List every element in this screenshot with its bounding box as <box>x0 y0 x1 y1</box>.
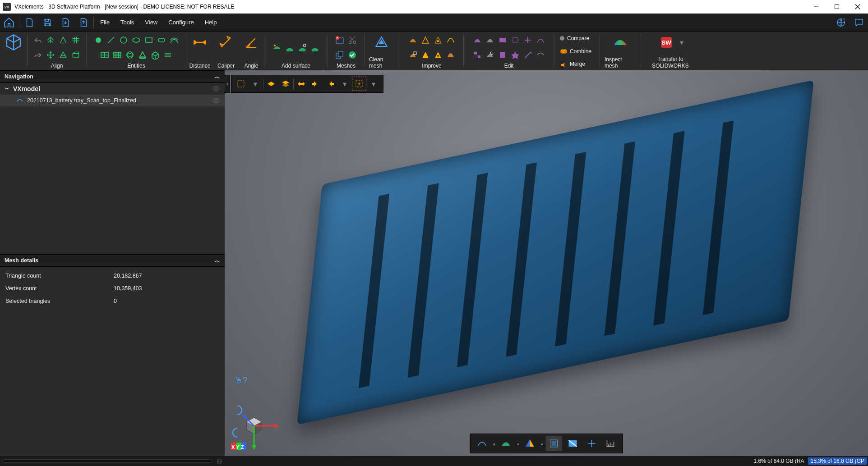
vb-dd1-icon[interactable]: ▴ <box>493 441 495 446</box>
entity-grid1-icon[interactable] <box>99 50 110 60</box>
sel-plane1-icon[interactable] <box>264 77 278 91</box>
distance-button[interactable] <box>191 33 209 51</box>
entity-circle-icon[interactable] <box>118 35 129 46</box>
save-session-button[interactable] <box>38 14 56 32</box>
mesh-delete-icon[interactable] <box>334 35 345 46</box>
cleanmesh-button[interactable] <box>373 33 391 51</box>
sel-arrow-l-icon[interactable] <box>309 77 323 91</box>
sel-dropdown1-icon[interactable]: ▾ <box>249 77 262 91</box>
edit-7-icon[interactable] <box>472 50 483 60</box>
improve-8-icon[interactable] <box>445 50 456 60</box>
addsurf-1-icon[interactable] <box>272 42 282 53</box>
entity-prism-icon[interactable] <box>150 50 161 60</box>
navigation-panel-header[interactable]: Navigation ︿ <box>0 70 225 83</box>
improve-2-icon[interactable] <box>420 35 431 46</box>
expand-icon[interactable]: ﹀ <box>5 86 9 92</box>
entity-cone-icon[interactable] <box>137 50 148 60</box>
entity-line-icon[interactable] <box>106 35 116 46</box>
addsurf-2-icon[interactable] <box>284 42 295 53</box>
edit-1-icon[interactable] <box>472 35 483 46</box>
sel-plane2-icon[interactable] <box>279 77 292 91</box>
align-grid-icon[interactable] <box>70 35 81 46</box>
entity-lines-icon[interactable] <box>162 50 173 60</box>
edit-9-icon[interactable] <box>497 50 508 60</box>
redo-button[interactable] <box>32 50 43 60</box>
align-perspective-icon[interactable] <box>58 50 69 60</box>
sel-dropdown3-icon[interactable]: ▾ <box>367 77 380 91</box>
edit-2-icon[interactable] <box>485 35 495 46</box>
sel-rect-icon[interactable] <box>352 77 366 91</box>
tree-item-scan[interactable]: 20210713_battery tray_Scan_top_Finalized <box>0 95 225 106</box>
vb-clip-icon[interactable] <box>565 436 581 451</box>
sel-arrow-lr-icon[interactable] <box>295 77 308 91</box>
maximize-button[interactable] <box>826 0 847 14</box>
vb-chart-icon[interactable] <box>603 436 619 451</box>
solidworks-icon[interactable]: SW <box>657 33 675 51</box>
entity-rect-icon[interactable] <box>143 35 154 46</box>
improve-5-icon[interactable] <box>407 50 418 60</box>
undo-button[interactable] <box>32 35 43 46</box>
vb-dd3-icon[interactable]: ▴ <box>541 441 543 446</box>
module-cube-button[interactable] <box>5 33 23 51</box>
vb-wireframe-icon[interactable] <box>474 436 490 451</box>
vb-texture-icon[interactable] <box>522 436 538 451</box>
sel-lasso-icon[interactable] <box>234 77 248 91</box>
entity-sphere-icon[interactable] <box>125 50 135 60</box>
mesh-cut-icon[interactable] <box>347 35 358 46</box>
edit-12-icon[interactable] <box>535 50 546 60</box>
sel-arrow-r-icon[interactable] <box>323 77 337 91</box>
merge-button[interactable]: Merge <box>560 59 585 69</box>
edit-5-icon[interactable] <box>522 35 533 46</box>
edit-10-icon[interactable] <box>510 50 521 60</box>
angle-button[interactable] <box>242 33 260 51</box>
vb-dd2-icon[interactable]: ▴ <box>517 441 519 446</box>
export-button[interactable] <box>74 14 92 32</box>
align-axes2-icon[interactable] <box>58 35 69 46</box>
orientation-triad[interactable]: 🖱? XYZ <box>229 374 288 451</box>
minimize-button[interactable] <box>806 0 826 14</box>
addsurf-3-icon[interactable] <box>297 42 308 53</box>
addsurf-4-icon[interactable] <box>309 42 320 53</box>
entity-ellipse-icon[interactable] <box>131 35 142 46</box>
menu-configure[interactable]: Configure <box>163 14 199 32</box>
import-button[interactable] <box>56 14 74 32</box>
entity-curves-icon[interactable] <box>169 35 180 46</box>
improve-1-icon[interactable] <box>407 35 418 46</box>
improve-3-icon[interactable] <box>433 35 443 46</box>
caliper-button[interactable] <box>217 33 235 51</box>
menu-tools[interactable]: Tools <box>115 14 139 32</box>
align-datum-icon[interactable] <box>70 50 81 60</box>
mesh-check-icon[interactable] <box>347 50 358 60</box>
edit-8-icon[interactable] <box>485 50 495 60</box>
visibility-eye-icon[interactable] <box>212 85 220 93</box>
split-handle-icon[interactable]: ⊟ <box>214 458 225 465</box>
details-panel-header[interactable]: Mesh details ︿ <box>0 254 225 267</box>
mesh-copy-icon[interactable] <box>334 50 345 60</box>
vb-box-icon[interactable] <box>546 436 562 451</box>
visibility-eye-icon[interactable] <box>212 96 220 105</box>
align-move-icon[interactable] <box>45 50 56 60</box>
viewport-collapse-button[interactable]: ‹ <box>225 75 230 93</box>
triad-xyz-label[interactable]: XYZ <box>231 444 245 450</box>
edit-6-icon[interactable] <box>535 35 546 46</box>
improve-7-icon[interactable] <box>433 50 443 60</box>
transfer-dropdown-icon[interactable]: ▾ <box>680 38 683 47</box>
compare-button[interactable]: Compare <box>560 33 589 43</box>
improve-4-icon[interactable] <box>445 35 456 46</box>
viewport-3d[interactable]: ‹ ▾ ▾ ▾ 🖱? <box>225 70 868 466</box>
edit-11-icon[interactable] <box>522 50 533 60</box>
chevron-up-icon[interactable]: ︿ <box>214 73 220 81</box>
menu-view[interactable]: View <box>139 14 163 32</box>
new-session-button[interactable] <box>20 14 38 32</box>
vb-section-icon[interactable] <box>584 436 600 451</box>
align-axis-icon[interactable] <box>45 35 56 46</box>
menu-file[interactable]: File <box>95 14 115 32</box>
help-globe-button[interactable]: ? <box>832 14 850 32</box>
close-button[interactable] <box>847 0 868 14</box>
tree-root[interactable]: ﹀ VXmodel <box>0 83 225 95</box>
chevron-up-icon[interactable]: ︿ <box>214 257 220 265</box>
entity-slot-icon[interactable] <box>156 35 167 46</box>
inspect-mesh-button[interactable] <box>611 33 629 51</box>
entity-point-icon[interactable] <box>93 35 104 46</box>
edit-4-icon[interactable] <box>510 35 521 46</box>
